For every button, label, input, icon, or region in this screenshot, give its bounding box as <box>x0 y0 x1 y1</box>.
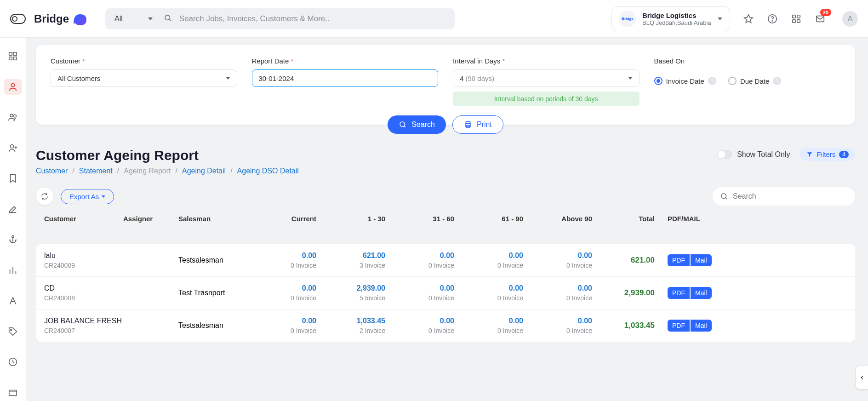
table-body: lalu CR240009 Testsalesman 0.000 Invoice… <box>36 244 855 342</box>
crumb-dso[interactable]: Ageing DSO Detail <box>237 167 299 175</box>
interval-dropdown[interactable]: 4 (90 days) <box>453 69 640 87</box>
apps-button[interactable] <box>791 13 802 24</box>
svg-point-0 <box>165 15 170 20</box>
pdf-button[interactable]: PDF <box>668 287 690 299</box>
nav-users[interactable] <box>4 109 22 126</box>
filters-chip[interactable]: Filters 4 <box>800 148 855 161</box>
nav-edit[interactable] <box>4 201 22 218</box>
table-row[interactable]: lalu CR240009 Testsalesman 0.000 Invoice… <box>36 244 855 276</box>
nav-bookmark[interactable] <box>4 170 22 187</box>
svg-point-12 <box>11 83 14 86</box>
r4-amount[interactable]: 0.00 <box>578 252 592 260</box>
crumb-customer[interactable]: Customer <box>36 167 68 175</box>
current-amount[interactable]: 0.00 <box>302 284 316 292</box>
nav-add-user[interactable] <box>4 140 22 157</box>
nav-text[interactable] <box>4 292 22 309</box>
crumb-ageing-detail[interactable]: Ageing Detail <box>182 167 226 175</box>
table-search <box>713 187 855 206</box>
r1-invoices: 3 Invoice <box>360 262 385 269</box>
r3-invoices: 0 Invoice <box>497 327 523 334</box>
r1-amount[interactable]: 2,939.00 <box>357 284 385 292</box>
pdf-button[interactable]: PDF <box>668 320 690 332</box>
chevron-down-icon <box>148 17 153 20</box>
mail-button[interactable]: Mail <box>691 320 712 332</box>
r3-amount[interactable]: 0.00 <box>509 252 523 260</box>
company-logo: Bridge <box>619 11 636 27</box>
r2-invoices: 0 Invoice <box>428 262 454 269</box>
based-on-label: Based On <box>654 57 841 65</box>
company-selector[interactable]: Bridge Bridge Logistics BLQ Jeddah,Saudi… <box>611 6 730 31</box>
svg-point-13 <box>10 114 13 117</box>
interval-note: Interval based on periods of 30 days <box>453 92 640 106</box>
customer-dropdown[interactable]: All Customers <box>51 69 237 87</box>
collapse-panel-button[interactable] <box>856 366 868 389</box>
radio-due-date[interactable]: Due Date ? <box>728 77 781 85</box>
export-button[interactable]: Export As <box>61 189 114 204</box>
table-row[interactable]: CD CR240008 Test Trasnport 0.000 Invoice… <box>36 276 855 309</box>
cell-salesman: Testsalesman <box>178 256 252 264</box>
customer-label: Customer * <box>51 57 237 65</box>
app-logo[interactable]: Bridge <box>34 10 89 28</box>
nav-anchor[interactable] <box>4 231 22 248</box>
cell-salesman: Test Trasnport <box>178 289 252 297</box>
r1-amount[interactable]: 621.00 <box>363 252 385 260</box>
customer-value: All Customers <box>57 74 100 82</box>
table-row[interactable]: JOB BALANCE FRESH CR240007 Testsalesman … <box>36 309 855 342</box>
search-scope-selector[interactable]: All <box>111 15 159 23</box>
r2-amount[interactable]: 0.00 <box>440 252 454 260</box>
help-icon[interactable]: ? <box>708 77 716 85</box>
global-search-input[interactable] <box>179 14 449 23</box>
nav-card[interactable] <box>4 384 22 401</box>
company-name: Bridge Logistics <box>642 11 711 19</box>
nav-reports[interactable] <box>4 262 22 279</box>
current-invoices: 0 Invoice <box>291 262 316 269</box>
theme-toggle[interactable] <box>10 14 26 24</box>
table-header: Customer Assigner Salesman Current 1 - 3… <box>36 215 855 223</box>
user-avatar[interactable]: A <box>842 11 858 27</box>
radio-icon <box>654 77 662 85</box>
total-amount: 1,033.45 <box>624 321 655 330</box>
svg-point-15 <box>11 144 14 148</box>
report-date-input[interactable]: 30-01-2024 <box>252 69 439 87</box>
r3-amount[interactable]: 0.00 <box>509 317 523 325</box>
nav-tag[interactable] <box>4 323 22 340</box>
current-amount[interactable]: 0.00 <box>302 252 316 260</box>
table-search-input[interactable] <box>733 192 848 200</box>
refresh-button[interactable] <box>36 188 53 205</box>
mail-button[interactable]: Mail <box>691 254 712 266</box>
current-amount[interactable]: 0.00 <box>302 317 316 325</box>
favorites-button[interactable] <box>743 13 754 24</box>
customer-code: CR240009 <box>44 262 123 269</box>
svg-point-16 <box>12 236 14 238</box>
help-button[interactable] <box>767 13 778 24</box>
r2-amount[interactable]: 0.00 <box>440 317 454 325</box>
th-r3: 61 - 90 <box>459 215 528 223</box>
r4-invoices: 0 Invoice <box>566 262 592 269</box>
r3-invoices: 0 Invoice <box>497 294 523 302</box>
mail-button[interactable]: Mail <box>691 287 712 299</box>
pdf-button[interactable]: PDF <box>668 254 690 266</box>
nav-customer[interactable] <box>4 79 22 96</box>
svg-point-20 <box>400 122 405 127</box>
help-icon[interactable]: ? <box>773 77 781 85</box>
th-r1: 1 - 30 <box>321 215 390 223</box>
r2-amount[interactable]: 0.00 <box>440 284 454 292</box>
r1-amount[interactable]: 1,033.45 <box>357 317 385 325</box>
nav-history[interactable] <box>4 354 22 371</box>
r3-amount[interactable]: 0.00 <box>509 284 523 292</box>
svg-rect-3 <box>793 15 795 17</box>
report-date-label: Report Date * <box>252 57 439 65</box>
th-total: Total <box>597 215 661 223</box>
svg-rect-6 <box>797 19 800 22</box>
customer-name: JOB BALANCE FRESH <box>44 317 123 325</box>
inbox-button[interactable]: 20 <box>815 13 826 24</box>
show-total-toggle[interactable] <box>717 150 732 159</box>
print-button[interactable]: Print <box>452 115 503 134</box>
nav-dashboard[interactable] <box>4 48 22 65</box>
global-search: All <box>105 8 455 29</box>
crumb-statement[interactable]: Statement <box>79 167 113 175</box>
r4-amount[interactable]: 0.00 <box>578 317 592 325</box>
r4-amount[interactable]: 0.00 <box>578 284 592 292</box>
search-button[interactable]: Search <box>388 115 446 134</box>
radio-invoice-date[interactable]: Invoice Date ? <box>654 77 716 85</box>
